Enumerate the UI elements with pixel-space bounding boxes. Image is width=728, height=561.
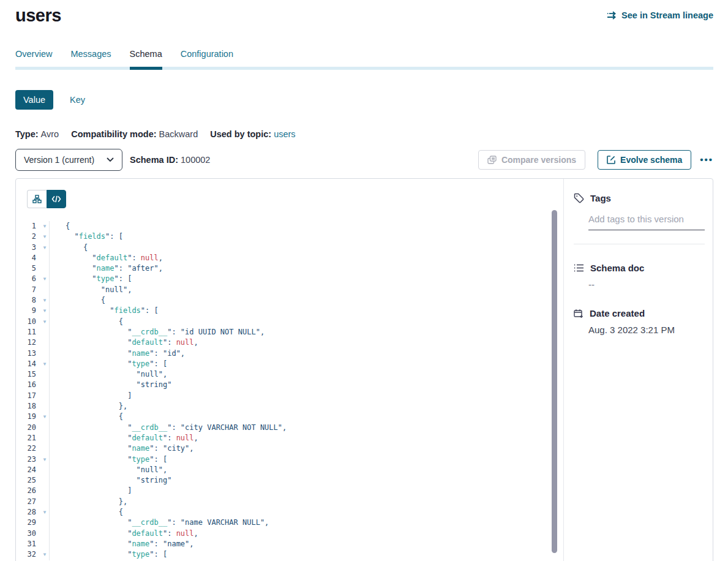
code-view-button[interactable] <box>47 190 66 208</box>
line-number: 2 <box>16 232 40 242</box>
code-line: 11 "__crdb__": "id UUID NOT NULL", <box>16 327 563 337</box>
more-actions-button[interactable]: ••• <box>700 150 713 170</box>
fold-toggle-icon[interactable]: ▼ <box>40 412 49 422</box>
code-line: 28▼ { <box>16 507 563 518</box>
tags-section-heading: Tags <box>574 193 705 203</box>
compare-versions-button[interactable]: Compare versions <box>478 150 585 170</box>
line-number: 23 <box>16 454 40 465</box>
code-line: 24 "null", <box>16 465 563 475</box>
schema-id-value: 100002 <box>181 155 210 165</box>
code-line: 18 }, <box>16 401 563 412</box>
fold-toggle-icon[interactable]: ▼ <box>40 306 49 316</box>
line-number: 12 <box>16 337 40 348</box>
fold-toggle-icon[interactable]: ▼ <box>40 243 49 253</box>
fold-spacer <box>40 539 49 549</box>
code-line: 31 "name": "name", <box>16 539 563 549</box>
fold-spacer <box>40 465 49 475</box>
fold-toggle-icon[interactable]: ▼ <box>40 221 49 232</box>
code-text: }, <box>49 497 563 507</box>
schema-editor: 1▼{2▼ "fields": [3▼ {4 "default": null,5… <box>16 179 563 561</box>
code-line: 22 "name": "city", <box>16 443 563 454</box>
tab-configuration[interactable]: Configuration <box>181 49 233 67</box>
tree-view-button[interactable] <box>27 190 47 208</box>
code-text: { <box>49 412 563 422</box>
meta-item: Used by topic:users <box>210 129 295 139</box>
fold-toggle-icon[interactable]: ▼ <box>40 549 49 560</box>
line-number: 1 <box>16 221 40 232</box>
code-line: 3▼ { <box>16 243 563 253</box>
code-line: 6▼ "type": [ <box>16 274 563 284</box>
code-text: "type": [ <box>49 454 563 465</box>
code-text: { <box>49 295 563 306</box>
evolve-schema-label: Evolve schema <box>620 155 682 165</box>
fold-toggle-icon[interactable]: ▼ <box>40 274 49 284</box>
fold-toggle-icon[interactable]: ▼ <box>40 317 49 327</box>
code-text: "__crdb__": "id UUID NOT NULL", <box>49 327 563 337</box>
tab-bar: OverviewMessagesSchemaConfiguration <box>15 49 713 70</box>
fold-toggle-icon[interactable]: ▼ <box>40 454 49 465</box>
code-text: "null", <box>49 285 563 295</box>
editor-view-toggle <box>16 179 563 208</box>
edit-icon <box>607 156 615 164</box>
meta-label: Used by topic: <box>210 129 271 139</box>
code-text: "fields": [ <box>49 232 563 242</box>
code-text: "default": null, <box>49 253 563 263</box>
code-text: { <box>49 243 563 253</box>
fold-spacer <box>40 327 49 337</box>
stream-lineage-link[interactable]: See in Stream lineage <box>607 10 713 20</box>
code-line: 7 "null", <box>16 285 563 295</box>
schema-meta-row: Type:AvroCompatibility mode:BackwardUsed… <box>15 129 713 139</box>
line-number: 10 <box>16 317 40 327</box>
line-number: 9 <box>16 306 40 316</box>
line-number: 6 <box>16 274 40 284</box>
line-number: 5 <box>16 263 40 274</box>
code-text: }, <box>49 401 563 412</box>
line-number: 13 <box>16 348 40 359</box>
line-number: 32 <box>16 549 40 560</box>
line-number: 21 <box>16 433 40 443</box>
meta-value: Backward <box>159 129 198 139</box>
meta-value-link[interactable]: users <box>274 129 295 139</box>
fold-toggle-icon[interactable]: ▼ <box>40 232 49 242</box>
code-text: "default": null, <box>49 433 563 443</box>
evolve-schema-button[interactable]: Evolve schema <box>598 150 691 170</box>
page-header: users See in Stream lineage <box>15 0 713 26</box>
code-line: 5 "name": "after", <box>16 263 563 274</box>
fold-toggle-icon[interactable]: ▼ <box>40 359 49 369</box>
fold-spacer <box>40 391 49 401</box>
code-text: { <box>49 221 563 232</box>
version-select[interactable]: Version 1 (current) <box>15 149 122 171</box>
line-number: 16 <box>16 380 40 390</box>
value-button[interactable]: Value <box>15 90 53 110</box>
line-number: 25 <box>16 475 40 486</box>
code-text: "null", <box>49 369 563 380</box>
code-line: 23▼ "type": [ <box>16 454 563 465</box>
code-text: "name": "id", <box>49 348 563 359</box>
key-button[interactable]: Key <box>70 95 85 105</box>
editor-scrollbar[interactable] <box>552 210 557 553</box>
tab-overview[interactable]: Overview <box>15 49 52 67</box>
line-number: 18 <box>16 401 40 412</box>
fold-spacer <box>40 337 49 348</box>
code-line: 1▼{ <box>16 221 563 232</box>
tab-messages[interactable]: Messages <box>70 49 111 67</box>
tree-view-icon <box>32 195 42 203</box>
add-tags-input[interactable] <box>588 214 705 230</box>
tab-schema[interactable]: Schema <box>130 49 162 67</box>
fold-toggle-icon[interactable]: ▼ <box>40 295 49 306</box>
date-created-value: Aug. 3 2022 3:21 PM <box>588 325 705 335</box>
list-icon <box>574 263 584 273</box>
line-number: 14 <box>16 359 40 369</box>
code-line: 15 "null", <box>16 369 563 380</box>
fold-toggle-icon[interactable]: ▼ <box>40 507 49 518</box>
line-number: 3 <box>16 243 40 253</box>
code-text: "default": null, <box>49 337 563 348</box>
line-number: 19 <box>16 412 40 422</box>
line-number: 15 <box>16 369 40 380</box>
code-text: { <box>49 317 563 327</box>
code-lines[interactable]: 1▼{2▼ "fields": [3▼ {4 "default": null,5… <box>16 221 563 560</box>
fold-spacer <box>40 518 49 528</box>
chevron-down-icon <box>107 157 114 162</box>
line-number: 17 <box>16 391 40 401</box>
code-text: "fields": [ <box>49 306 563 316</box>
